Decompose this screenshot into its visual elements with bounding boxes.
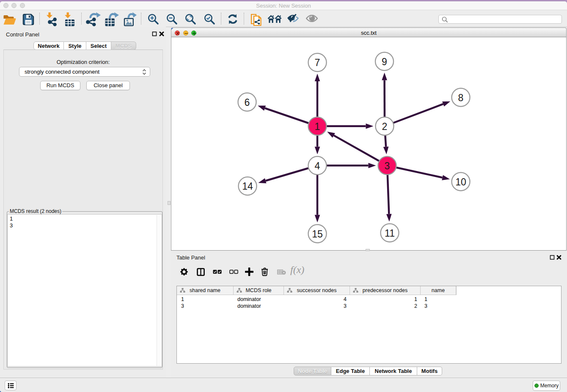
- svg-text:1: 1: [315, 121, 320, 132]
- svg-text:7: 7: [315, 57, 320, 68]
- svg-text:3: 3: [385, 160, 390, 171]
- svg-text:2: 2: [382, 121, 388, 132]
- svg-text:10: 10: [455, 177, 466, 188]
- svg-text:11: 11: [385, 228, 395, 239]
- svg-text:6: 6: [245, 97, 250, 108]
- svg-text:9: 9: [382, 56, 387, 67]
- svg-text:4: 4: [315, 160, 320, 171]
- svg-text:8: 8: [458, 92, 464, 103]
- svg-text:14: 14: [242, 181, 253, 192]
- svg-text:15: 15: [312, 229, 323, 240]
